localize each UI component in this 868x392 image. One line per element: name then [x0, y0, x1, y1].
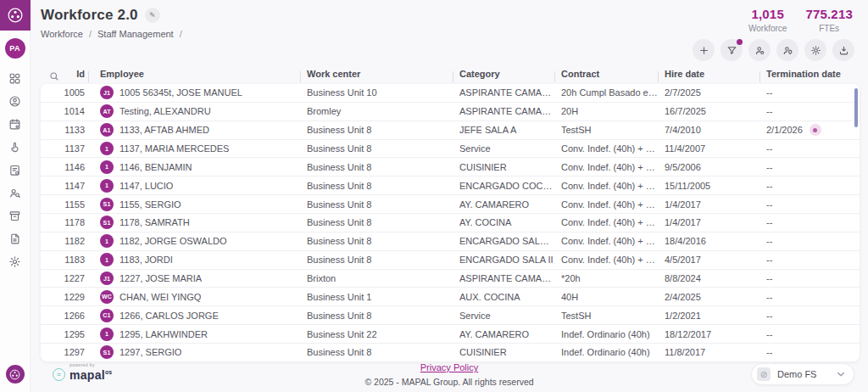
column-label-id: Id [76, 69, 85, 79]
table-row[interactable]: 1229 WC CHAN, WEI YINGQ Business Unit 1 … [41, 288, 860, 306]
column-header-hire-date[interactable]: Hire date [663, 69, 765, 79]
table-search-button[interactable] [49, 71, 59, 81]
export-button[interactable] [832, 39, 854, 61]
cell-id: 1155 [41, 199, 93, 210]
employee-settings-button[interactable] [748, 39, 771, 61]
column-header-employee[interactable]: Employee [93, 69, 305, 79]
cell-employee: J1 1005 56345t, JOSE MANUEL [93, 86, 305, 99]
sidebar-item-recruitment[interactable] [5, 187, 25, 199]
sidebar-item-settings[interactable] [5, 255, 25, 268]
cell-contract: TestSH [559, 125, 663, 135]
chevron-down-icon [837, 371, 845, 378]
add-employee-button[interactable] [693, 39, 715, 61]
employee-name: 1227, JOSE MARIA [120, 273, 202, 283]
cell-hire-date: 18/4/2016 [663, 236, 765, 246]
breadcrumb-workforce[interactable]: Workforce [41, 29, 83, 39]
column-header-id[interactable]: Id [41, 69, 93, 79]
employee-location-button[interactable] [776, 39, 798, 61]
sidebar-item-calendar[interactable] [5, 118, 25, 131]
employee-avatar: 1 [100, 253, 114, 266]
table-row[interactable]: 1182 1 1182, JORGE OSWALDO Business Unit… [41, 232, 860, 251]
employee-name: 1183, JORDI [120, 255, 173, 265]
user-avatar[interactable]: PA [5, 38, 25, 59]
table-row[interactable]: 1005 J1 1005 56345t, JOSE MANUEL Busines… [41, 84, 860, 103]
cell-id: 1005 [41, 87, 93, 98]
cell-id: 1014 [41, 106, 93, 116]
cell-hire-date: 15/11/2005 [663, 181, 765, 191]
cell-work-center: Business Unit 8 [305, 199, 458, 210]
sidebar-item-employees[interactable] [5, 95, 25, 108]
employee-name: 1147, LUCIO [120, 181, 173, 191]
termination-date-value: -- [766, 217, 772, 227]
sidebar-item-contracts[interactable] [5, 164, 25, 176]
employee-name: 1146, BENJAMIN [120, 162, 192, 172]
cell-work-center: Business Unit 22 [305, 329, 458, 339]
table-row[interactable]: 1183 1 1183, JORDI Business Unit 8 ENCAR… [41, 251, 860, 270]
company-selector[interactable]: ⊘ Demo FS [751, 363, 854, 385]
table-row[interactable]: 1147 1 1147, LUCIO Business Unit 8 ENCAR… [41, 176, 860, 195]
termination-date-value: -- [766, 273, 772, 283]
cell-work-center: Business Unit 8 [305, 347, 458, 357]
table-row[interactable]: 1133 A1 1133, AFTAB AHMED Business Unit … [41, 121, 860, 140]
sidebar-item-archive[interactable] [5, 210, 25, 222]
cell-category: ASPIRANTE CAMARERO [458, 106, 559, 116]
sidebar-nav [5, 72, 25, 268]
edit-title-button[interactable]: ✎ [145, 8, 160, 23]
table-row[interactable]: 1295 1 1295, LAKHWINDER Business Unit 22… [41, 325, 860, 344]
column-header-category[interactable]: Category [458, 69, 559, 79]
termination-date-value: -- [766, 181, 772, 191]
privacy-policy-link[interactable]: Privacy Policy [420, 362, 478, 372]
employee-name: Testing, ALEXANDRU [120, 106, 211, 116]
cell-category: Service [458, 311, 559, 321]
column-header-work-center[interactable]: Work center [305, 69, 458, 79]
cell-termination-date: -- [765, 329, 860, 339]
termination-date-value: -- [766, 329, 772, 339]
table-row[interactable]: 1155 S1 1155, SERGIO Business Unit 8 AY.… [41, 195, 860, 214]
cell-id: 1137 [41, 143, 93, 154]
document-icon [8, 232, 21, 245]
company-icon: ⊘ [757, 367, 771, 381]
ftes-stat: 775.213 FTEs [805, 7, 853, 33]
filter-icon [726, 45, 737, 56]
settings-button[interactable] [804, 39, 826, 61]
column-header-termination-date[interactable]: Termination date [765, 69, 860, 79]
cell-category: JEFE SALA A [458, 125, 559, 135]
app-logo[interactable] [0, 0, 31, 31]
table-row[interactable]: 1146 1 1146, BENJAMIN Business Unit 8 CU… [41, 158, 860, 176]
employee-name: 1297, SERGIO [120, 347, 181, 357]
cell-id: 1178 [41, 217, 93, 227]
employee-avatar: 1 [100, 160, 114, 174]
employee-name: 1155, SERGIO [120, 199, 181, 210]
column-header-contract[interactable]: Contract [559, 69, 663, 79]
cell-termination-date: -- [765, 106, 860, 116]
column-label-work-center: Work center [307, 69, 360, 79]
cell-contract: TestSH [559, 311, 663, 321]
cell-category: ASPIRANTE CAMARERO [458, 273, 559, 283]
termination-date-value: -- [766, 292, 772, 302]
termination-date-value: -- [766, 255, 772, 265]
workforce-stat: 1,015 Workforce [748, 7, 787, 33]
cell-employee: J1 1227, JOSE MARIA [93, 272, 305, 285]
ftes-label: FTEs [805, 24, 853, 33]
table-row[interactable]: 1178 S1 1178, SAMRATH Business Unit 8 AY… [41, 214, 860, 232]
filter-button[interactable] [721, 39, 743, 61]
table-toolbar [693, 39, 854, 61]
table-row[interactable]: 1014 AT Testing, ALEXANDRU Bromley ASPIR… [41, 103, 860, 121]
breadcrumb-staff-management[interactable]: Staff Management [97, 29, 174, 39]
employee-avatar: J1 [100, 272, 114, 285]
sidebar-item-documents[interactable] [5, 232, 25, 245]
cell-work-center: Business Unit 8 [305, 236, 458, 246]
cell-work-center: Business Unit 10 [305, 87, 458, 98]
table-row[interactable]: 1137 1 1137, MARIA MERCEDES Business Uni… [41, 140, 860, 159]
cell-termination-date: -- [765, 143, 860, 154]
header-stats: 1,015 Workforce 775.213 FTEs [748, 7, 853, 33]
cell-employee: C1 1266, CARLOS JORGE [93, 309, 305, 322]
table-scrollbar[interactable] [854, 88, 858, 127]
breadcrumb-separator: / [180, 29, 182, 39]
table-row[interactable]: 1266 C1 1266, CARLOS JORGE Business Unit… [41, 306, 860, 325]
sidebar-item-dashboard[interactable] [5, 72, 25, 85]
sidebar-item-clock-in[interactable] [5, 141, 25, 154]
cell-employee: 1 1147, LUCIO [93, 179, 305, 193]
table-row[interactable]: 1227 J1 1227, JOSE MARIA Brixton ASPIRAN… [41, 270, 860, 288]
cell-id: 1133 [41, 125, 93, 135]
